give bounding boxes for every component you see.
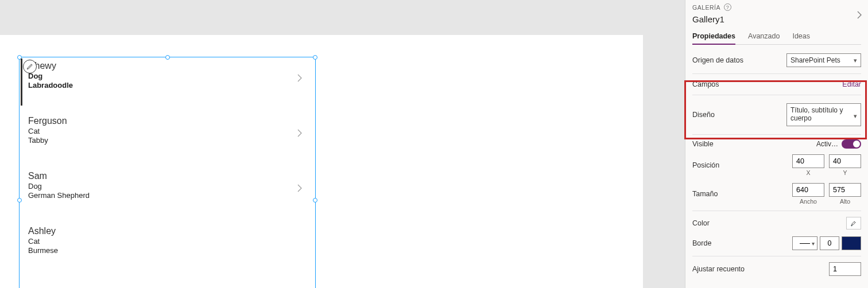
row-size: Tamaño Ancho Alto	[692, 180, 861, 211]
datasource-value: SharePoint Pets	[790, 56, 840, 64]
size-width-input[interactable]	[792, 183, 824, 197]
selected-accent	[21, 59, 22, 106]
panel-tabs: Propiedades Avanzado Ideas	[692, 32, 861, 45]
chevron-down-icon: ▾	[854, 57, 857, 64]
size-height-sublabel: Alto	[840, 198, 850, 205]
row-border: Borde ▾	[692, 233, 861, 256]
gallery-item[interactable]: Chewy Dog Labradoodle	[21, 57, 314, 107]
row-datasource: Origen de datos SharePoint Pets ▾	[692, 47, 861, 74]
gallery-item-subtitle: Cat	[28, 127, 308, 135]
size-label: Tamaño	[692, 190, 718, 198]
visible-toggle[interactable]	[842, 139, 861, 149]
size-height-input[interactable]	[829, 183, 861, 197]
chevron-right-icon[interactable]	[297, 73, 303, 84]
tab-properties[interactable]: Propiedades	[692, 32, 735, 45]
wrap-count-input[interactable]	[829, 262, 861, 276]
gallery-item-subtitle: Dog	[28, 182, 308, 190]
gallery-item-body: Burmese	[28, 246, 308, 255]
panel-category: GALERÍA ?	[692, 3, 861, 11]
gallery-item[interactable]: Ferguson Cat Tabby	[21, 112, 314, 162]
row-color: Color	[692, 211, 861, 233]
fields-label: Campos	[692, 80, 719, 88]
color-picker-button[interactable]	[846, 217, 861, 229]
border-style-select[interactable]: ▾	[792, 236, 817, 250]
chevron-right-icon[interactable]	[297, 129, 303, 139]
layout-label: Diseño	[692, 111, 715, 119]
gallery-item-title: Ashley	[28, 226, 308, 236]
row-wrap-count: Ajustar recuento	[692, 256, 861, 276]
gallery-item-subtitle: Cat	[28, 237, 308, 246]
gallery-item[interactable]: Ashley Cat Burmese	[21, 223, 314, 272]
border-label: Borde	[692, 239, 711, 247]
color-label: Color	[692, 219, 710, 227]
position-label: Posición	[692, 161, 719, 169]
editor-workspace: Chewy Dog Labradoodle Ferguson Cat Tabby…	[0, 0, 685, 288]
layout-select[interactable]: Título, subtítulo y cuerpo ▾	[786, 103, 861, 126]
row-fields: Campos Editar	[692, 74, 861, 95]
gallery-item[interactable]: Sam Dog German Shepherd	[21, 168, 314, 217]
row-layout: Diseño Título, subtítulo y cuerpo ▾	[692, 95, 861, 135]
row-position: Posición X Y	[692, 151, 861, 180]
chevron-right-icon[interactable]	[857, 10, 862, 21]
border-color-swatch[interactable]	[842, 236, 861, 250]
visible-state: Activ…	[816, 140, 838, 148]
position-x-sublabel: X	[806, 169, 810, 176]
position-x-input[interactable]	[792, 154, 824, 168]
size-width-sublabel: Ancho	[800, 198, 817, 205]
design-canvas[interactable]: Chewy Dog Labradoodle Ferguson Cat Tabby…	[0, 35, 643, 288]
row-visible: Visible Activ…	[692, 135, 861, 151]
datasource-select[interactable]: SharePoint Pets ▾	[786, 53, 861, 67]
gallery-item-body: Labradoodle	[28, 81, 308, 89]
panel-category-label: GALERÍA	[692, 4, 720, 11]
gallery-item-title: Sam	[28, 171, 308, 181]
gallery-item-title: Ferguson	[28, 116, 308, 126]
gallery-item-body: Tabby	[28, 136, 308, 145]
wrap-count-label: Ajustar recuento	[692, 265, 745, 273]
gallery-control-selection[interactable]: Chewy Dog Labradoodle Ferguson Cat Tabby…	[19, 57, 316, 288]
visible-label: Visible	[692, 140, 714, 148]
help-icon[interactable]: ?	[724, 3, 731, 11]
chevron-down-icon: ▾	[854, 112, 857, 120]
chevron-right-icon[interactable]	[297, 184, 303, 194]
properties-panel: GALERÍA ? Gallery1 Propiedades Avanzado …	[685, 0, 868, 288]
border-width-input[interactable]	[820, 236, 839, 250]
svg-point-0	[851, 225, 852, 226]
position-y-sublabel: Y	[843, 169, 847, 176]
tab-ideas[interactable]: Ideas	[792, 32, 810, 44]
fields-edit-link[interactable]: Editar	[842, 80, 861, 88]
datasource-label: Origen de datos	[692, 56, 743, 64]
edit-template-icon[interactable]	[23, 60, 37, 73]
tab-advanced[interactable]: Avanzado	[748, 32, 780, 44]
gallery-item-subtitle: Dog	[28, 72, 308, 80]
gallery-item-title: Chewy	[28, 61, 308, 71]
layout-value: Título, subtítulo y cuerpo	[790, 106, 848, 122]
gallery-item-body: German Shepherd	[28, 191, 308, 200]
control-name[interactable]: Gallery1	[692, 14, 861, 24]
position-y-input[interactable]	[829, 154, 861, 168]
